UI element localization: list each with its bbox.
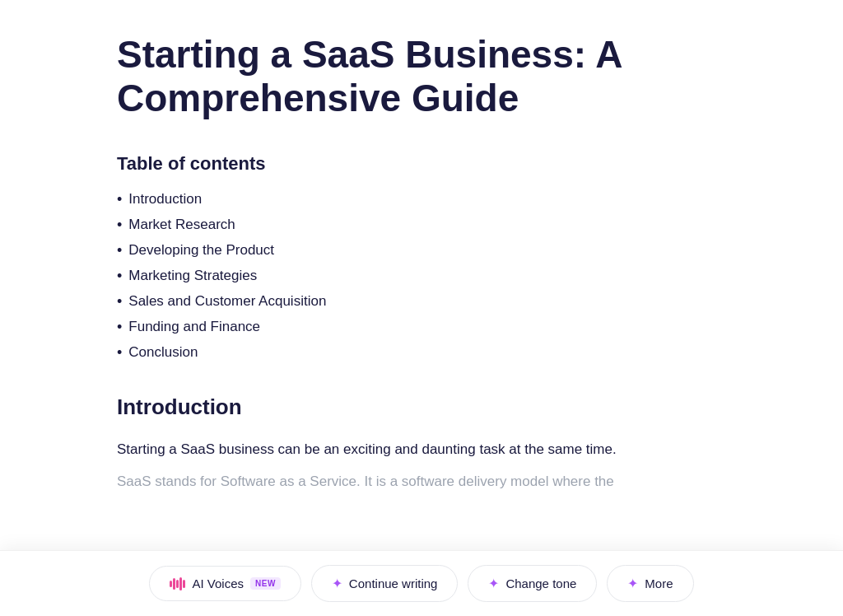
toc-item-developing-product: Developing the Product (117, 242, 726, 259)
waveform-bar-1 (170, 581, 172, 587)
ai-voices-label: AI Voices (192, 576, 244, 590)
diamond-icon-continue: ✦ (332, 576, 342, 591)
intro-body-text: Starting a SaaS business can be an excit… (117, 438, 726, 460)
diamond-icon-more: ✦ (627, 576, 638, 591)
toc-item-marketing-strategies: Marketing Strategies (117, 268, 726, 285)
ai-voices-button[interactable]: AI Voices NEW (149, 566, 300, 601)
new-badge: NEW (250, 577, 281, 590)
toc-item-market-research: Market Research (117, 217, 726, 234)
main-content: Starting a SaaS Business: A Comprehensiv… (51, 0, 792, 616)
toc-item-funding: Funding and Finance (117, 319, 726, 336)
toc-heading: Table of contents (117, 153, 726, 175)
waveform-bar-4 (179, 577, 182, 590)
bottom-toolbar: AI Voices NEW ✦ Continue writing ✦ Chang… (0, 550, 843, 616)
table-of-contents: Introduction Market Research Developing … (117, 191, 726, 362)
continue-writing-button[interactable]: ✦ Continue writing (311, 565, 459, 602)
intro-body-faded: SaaS stands for Software as a Service. I… (117, 470, 726, 492)
introduction-heading: Introduction (117, 394, 726, 420)
waveform-bar-2 (173, 578, 175, 590)
more-button[interactable]: ✦ More (607, 565, 693, 602)
waveform-bar-5 (183, 580, 185, 588)
continue-writing-label: Continue writing (349, 576, 438, 590)
waveform-icon (170, 577, 185, 590)
toc-item-introduction: Introduction (117, 191, 726, 208)
diamond-icon-tone: ✦ (488, 576, 499, 591)
more-label: More (645, 576, 673, 590)
waveform-bar-3 (176, 580, 179, 588)
change-tone-label: Change tone (505, 576, 576, 590)
page-title: Starting a SaaS Business: A Comprehensiv… (117, 33, 726, 120)
toc-item-conclusion: Conclusion (117, 344, 726, 362)
change-tone-button[interactable]: ✦ Change tone (468, 565, 597, 602)
toc-item-sales: Sales and Customer Acquisition (117, 293, 726, 310)
